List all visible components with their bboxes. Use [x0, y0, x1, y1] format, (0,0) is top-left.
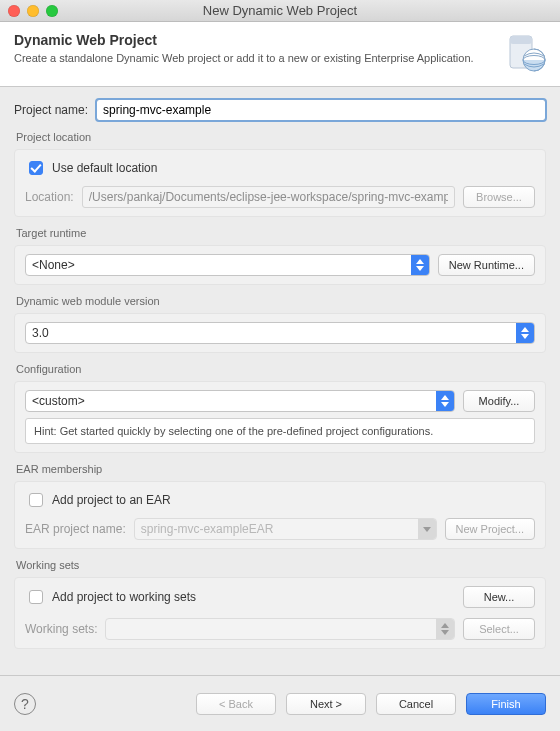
target-runtime-value: <None>	[26, 255, 411, 275]
finish-button[interactable]: Finish	[466, 693, 546, 715]
working-sets-heading: Working sets	[16, 559, 544, 571]
banner-title: Dynamic Web Project	[14, 32, 494, 48]
target-runtime-select[interactable]: <None>	[25, 254, 430, 276]
help-icon[interactable]: ?	[14, 693, 36, 715]
project-name-label: Project name:	[14, 103, 88, 117]
modify-button[interactable]: Modify...	[463, 390, 535, 412]
add-to-ear-label: Add project to an EAR	[52, 493, 171, 507]
close-icon[interactable]	[8, 5, 20, 17]
ear-project-name-value: spring-mvc-exampleEAR	[135, 519, 418, 539]
project-name-input[interactable]	[96, 99, 546, 121]
add-to-ear-input[interactable]	[29, 493, 43, 507]
target-runtime-heading: Target runtime	[16, 227, 544, 239]
location-label: Location:	[25, 190, 74, 204]
titlebar: New Dynamic Web Project	[0, 0, 560, 22]
wizard-icon	[504, 32, 546, 74]
chevron-down-icon	[418, 519, 436, 539]
working-sets-value	[106, 619, 436, 639]
new-working-set-button[interactable]: New...	[463, 586, 535, 608]
new-runtime-button[interactable]: New Runtime...	[438, 254, 535, 276]
add-to-ear-checkbox[interactable]: Add project to an EAR	[25, 490, 535, 510]
banner-subtitle: Create a standalone Dynamic Web project …	[14, 52, 494, 64]
minimize-icon[interactable]	[27, 5, 39, 17]
configuration-hint: Hint: Get started quickly by selecting o…	[25, 418, 535, 444]
configuration-value: <custom>	[26, 391, 436, 411]
chevron-updown-icon	[411, 255, 429, 275]
banner: Dynamic Web Project Create a standalone …	[0, 22, 560, 87]
select-working-sets-button: Select...	[463, 618, 535, 640]
next-button[interactable]: Next >	[286, 693, 366, 715]
add-to-working-sets-checkbox[interactable]: Add project to working sets	[25, 587, 455, 607]
chevron-updown-icon	[516, 323, 534, 343]
working-sets-label: Working sets:	[25, 622, 97, 636]
ear-project-name-select: spring-mvc-exampleEAR	[134, 518, 437, 540]
working-sets-select	[105, 618, 455, 640]
module-version-value: 3.0	[26, 323, 516, 343]
window-title: New Dynamic Web Project	[0, 3, 560, 18]
wizard-footer: ? < Back Next > Cancel Finish	[0, 675, 560, 731]
zoom-icon[interactable]	[46, 5, 58, 17]
ear-project-name-label: EAR project name:	[25, 522, 126, 536]
ear-membership-heading: EAR membership	[16, 463, 544, 475]
add-to-working-sets-label: Add project to working sets	[52, 590, 196, 604]
svg-rect-1	[510, 36, 532, 44]
back-button: < Back	[196, 693, 276, 715]
chevron-updown-icon	[436, 391, 454, 411]
cancel-button[interactable]: Cancel	[376, 693, 456, 715]
module-version-heading: Dynamic web module version	[16, 295, 544, 307]
browse-button: Browse...	[463, 186, 535, 208]
use-default-location-input[interactable]	[29, 161, 43, 175]
chevron-updown-icon	[436, 619, 454, 639]
use-default-location-label: Use default location	[52, 161, 157, 175]
location-input	[82, 186, 455, 208]
use-default-location-checkbox[interactable]: Use default location	[25, 158, 535, 178]
new-ear-project-button: New Project...	[445, 518, 535, 540]
window-controls	[8, 5, 58, 17]
configuration-heading: Configuration	[16, 363, 544, 375]
project-location-heading: Project location	[16, 131, 544, 143]
configuration-select[interactable]: <custom>	[25, 390, 455, 412]
add-to-working-sets-input[interactable]	[29, 590, 43, 604]
module-version-select[interactable]: 3.0	[25, 322, 535, 344]
